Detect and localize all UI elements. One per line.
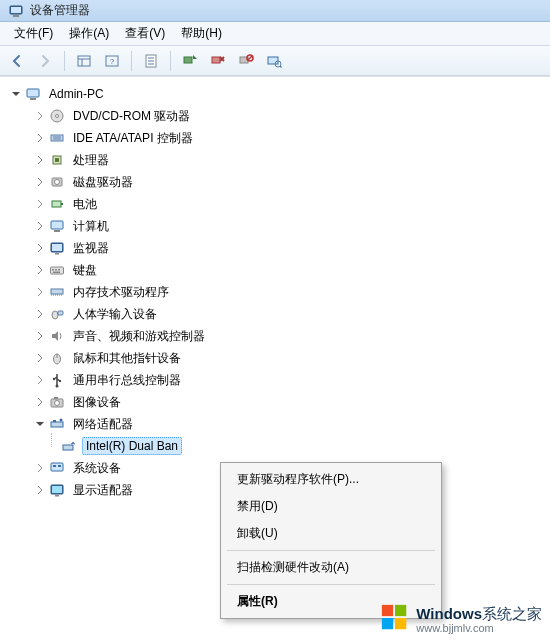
svg-rect-17 <box>268 57 278 64</box>
svg-rect-37 <box>55 253 59 255</box>
chevron-right-icon[interactable] <box>34 308 46 320</box>
toolbar-help-button[interactable]: ? <box>99 48 125 74</box>
toolbar-uninstall-button[interactable] <box>205 48 231 74</box>
svg-rect-34 <box>54 230 60 232</box>
ctx-update-driver[interactable]: 更新驱动程序软件(P)... <box>223 466 439 493</box>
chevron-right-icon[interactable] <box>34 396 46 408</box>
toolbar-forward-button[interactable] <box>32 48 58 74</box>
chevron-right-icon[interactable] <box>34 198 46 210</box>
svg-rect-33 <box>51 221 63 229</box>
tree-item-network-adapter[interactable]: Intel(R) Dual Ban <box>6 435 548 457</box>
svg-point-45 <box>52 311 58 319</box>
tree-item-computer[interactable]: 计算机 <box>6 215 548 237</box>
svg-rect-54 <box>54 397 58 399</box>
svg-rect-64 <box>55 495 59 497</box>
tree-item-network[interactable]: 网络适配器 <box>6 413 548 435</box>
chevron-down-icon[interactable] <box>10 88 22 100</box>
svg-rect-1 <box>11 7 21 13</box>
svg-point-23 <box>56 115 59 118</box>
chevron-right-icon[interactable] <box>34 286 46 298</box>
menu-action[interactable]: 操作(A) <box>61 22 117 45</box>
svg-point-53 <box>55 401 60 406</box>
cpu-icon <box>48 151 66 169</box>
tree-item-mouse[interactable]: 鼠标和其他指针设备 <box>6 347 548 369</box>
computer-icon <box>48 217 66 235</box>
tree-item-usb[interactable]: 通用串行总线控制器 <box>6 369 548 391</box>
tree-item-cpu[interactable]: 处理器 <box>6 149 548 171</box>
ide-icon <box>48 129 66 147</box>
chevron-right-icon[interactable] <box>34 176 46 188</box>
svg-rect-13 <box>212 57 220 63</box>
toolbar-update-driver-button[interactable] <box>177 48 203 74</box>
tree-item-label: 图像设备 <box>70 393 124 412</box>
menu-view[interactable]: 查看(V) <box>117 22 173 45</box>
chevron-right-icon[interactable] <box>34 484 46 496</box>
chevron-right-icon[interactable] <box>34 154 46 166</box>
toolbar-separator <box>170 51 171 71</box>
svg-rect-40 <box>55 269 57 271</box>
disc-icon <box>48 107 66 125</box>
tree-item-sound[interactable]: 声音、视频和游戏控制器 <box>6 325 548 347</box>
window-title: 设备管理器 <box>30 2 90 19</box>
tree-root[interactable]: Admin-PC <box>6 83 548 105</box>
tree-item-label: 处理器 <box>70 151 112 170</box>
tree-item-ide[interactable]: IDE ATA/ATAPI 控制器 <box>6 127 548 149</box>
tree-item-label: 通用串行总线控制器 <box>70 371 184 390</box>
system-icon <box>48 459 66 477</box>
chevron-right-icon[interactable] <box>34 352 46 364</box>
tree-item-label: 内存技术驱动程序 <box>70 283 172 302</box>
toolbar-disable-button[interactable] <box>233 48 259 74</box>
svg-rect-12 <box>184 57 192 63</box>
chevron-right-icon[interactable] <box>34 132 46 144</box>
svg-rect-55 <box>51 422 63 427</box>
menu-file[interactable]: 文件(F) <box>6 22 61 45</box>
svg-rect-2 <box>13 15 19 17</box>
battery-icon <box>48 195 66 213</box>
tree-item-label: IDE ATA/ATAPI 控制器 <box>70 129 196 148</box>
svg-rect-56 <box>53 420 56 422</box>
tree-item-memory[interactable]: 内存技术驱动程序 <box>6 281 548 303</box>
svg-text:?: ? <box>110 57 115 66</box>
chevron-right-icon[interactable] <box>34 220 46 232</box>
svg-rect-39 <box>52 269 54 271</box>
toolbar-properties-button[interactable] <box>138 48 164 74</box>
svg-rect-42 <box>53 272 60 274</box>
svg-rect-20 <box>27 89 39 97</box>
chevron-right-icon[interactable] <box>34 110 46 122</box>
svg-rect-28 <box>55 158 59 162</box>
toolbar-scan-button[interactable] <box>261 48 287 74</box>
device-tree[interactable]: Admin-PC DVD/CD-ROM 驱动器 IDE ATA/ATAPI 控制… <box>0 77 550 511</box>
tree-item-imaging[interactable]: 图像设备 <box>6 391 548 413</box>
toolbar-back-button[interactable] <box>4 48 30 74</box>
tree-item-battery[interactable]: 电池 <box>6 193 548 215</box>
chevron-right-icon[interactable] <box>34 330 46 342</box>
svg-rect-60 <box>53 465 56 467</box>
tree-item-disk[interactable]: 磁盘驱动器 <box>6 171 548 193</box>
ctx-properties[interactable]: 属性(R) <box>223 588 439 615</box>
chevron-right-icon[interactable] <box>34 242 46 254</box>
chevron-down-icon[interactable] <box>34 418 46 430</box>
ctx-uninstall[interactable]: 卸载(U) <box>223 520 439 547</box>
toolbar-view-button[interactable] <box>71 48 97 74</box>
ctx-scan-hardware[interactable]: 扫描检测硬件改动(A) <box>223 554 439 581</box>
tree-item-label: 磁盘驱动器 <box>70 173 136 192</box>
tree-item-hid[interactable]: 人体学输入设备 <box>6 303 548 325</box>
chevron-right-icon[interactable] <box>34 264 46 276</box>
mouse-icon <box>48 349 66 367</box>
svg-point-57 <box>60 419 63 422</box>
chevron-right-icon[interactable] <box>34 374 46 386</box>
ctx-disable[interactable]: 禁用(D) <box>223 493 439 520</box>
memory-icon <box>48 283 66 301</box>
tree-item-label: 电池 <box>70 195 100 214</box>
svg-rect-46 <box>58 311 63 315</box>
tree-item-dvd[interactable]: DVD/CD-ROM 驱动器 <box>6 105 548 127</box>
svg-point-30 <box>55 180 60 185</box>
svg-rect-41 <box>58 269 60 271</box>
menubar: 文件(F) 操作(A) 查看(V) 帮助(H) <box>0 22 550 46</box>
chevron-right-icon[interactable] <box>34 462 46 474</box>
menu-help[interactable]: 帮助(H) <box>173 22 230 45</box>
usb-icon <box>48 371 66 389</box>
tree-item-monitor[interactable]: 监视器 <box>6 237 548 259</box>
tree-item-keyboard[interactable]: 键盘 <box>6 259 548 281</box>
tree-item-label: DVD/CD-ROM 驱动器 <box>70 107 193 126</box>
